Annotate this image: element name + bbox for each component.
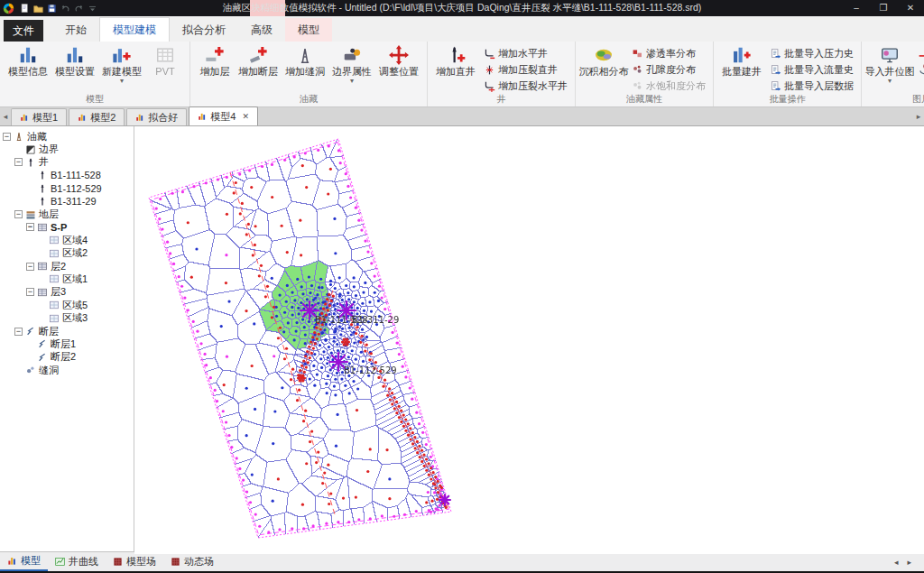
app-logo-icon[interactable]	[3, 3, 14, 14]
porosity-distribution-button[interactable]: 孔隙度分布	[629, 61, 708, 78]
document-tab-model2[interactable]: 模型2	[69, 108, 125, 125]
voronoi-grid-view[interactable]	[134, 126, 924, 554]
chevron-down-icon: ▾	[888, 78, 892, 85]
model-canvas[interactable]	[134, 126, 924, 551]
model-tab-icon	[198, 112, 207, 121]
redo-icon[interactable]	[74, 4, 84, 14]
document-tab-fitted[interactable]: 拟合好	[126, 108, 187, 125]
add-layer-button[interactable]: 增加层	[195, 43, 235, 78]
batch-import-flow-history-button[interactable]: 批量导入流量史	[767, 61, 856, 78]
tab-file[interactable]: 文件	[4, 20, 43, 42]
tree-item-region2[interactable]: 区域2	[0, 247, 134, 260]
document-tab-model4[interactable]: 模型4 ✕	[189, 106, 258, 125]
status-scroll-left-icon[interactable]: ◂	[894, 558, 899, 567]
water-saturation-distribution-button[interactable]: 水饱和度分布	[629, 78, 708, 94]
tree-item-region5[interactable]: 区域5	[0, 299, 134, 311]
tab-model-contextual[interactable]: 模型	[285, 18, 332, 42]
doc-tabs-scroll-left-icon[interactable]: ◂	[0, 112, 11, 121]
tree-item-well-b1-311-29[interactable]: B1-311-29	[0, 195, 134, 208]
view-tab-well-curves[interactable]: 井曲线	[48, 552, 106, 571]
doc-tabs-scroll-right-icon[interactable]: ▸	[913, 112, 924, 121]
tree-item-faults[interactable]: −断层	[0, 325, 134, 337]
adjust-position-button[interactable]: 调整位置	[375, 43, 422, 78]
new-model-button[interactable]: 新建模型 ▾	[98, 43, 145, 85]
view-tab-model-field[interactable]: 模型场	[106, 552, 163, 571]
model-tree-panel: −油藏 边界 −井 B1-111-528 B1-112-529 B1-311-2…	[0, 126, 134, 551]
new-file-icon[interactable]	[20, 4, 30, 14]
view-tab-dynamic-field[interactable]: 动态场	[163, 552, 221, 571]
tree-item-reservoir[interactable]: −油藏	[0, 130, 134, 143]
save-icon[interactable]	[47, 4, 57, 14]
document-tab-model1[interactable]: 模型1	[11, 108, 67, 125]
model-settings-icon	[65, 45, 85, 65]
model-info-button[interactable]: 模型信息	[5, 43, 51, 78]
tab-fitting-analysis[interactable]: 拟合分析	[170, 18, 238, 42]
expander-icon[interactable]: −	[26, 288, 34, 296]
model-settings-button[interactable]: 模型设置	[51, 43, 98, 78]
model-field-icon	[113, 557, 123, 567]
import-gptmap-button[interactable]: 导入GPTMap	[915, 45, 924, 61]
tree-item-boundary[interactable]: 边界	[0, 143, 134, 155]
boundary-attributes-button[interactable]: 边界属性 ▾	[328, 43, 375, 85]
scale-transform-button[interactable]: 比例变换	[915, 61, 924, 78]
close-tab-icon[interactable]: ✕	[242, 112, 249, 121]
add-vertical-well-button[interactable]: 增加直井	[432, 43, 479, 78]
batch-import-layer-data-button[interactable]: 批量导入层数据	[767, 78, 856, 94]
expander-icon[interactable]: −	[3, 133, 11, 141]
open-file-icon[interactable]	[33, 4, 43, 14]
qat-customize-icon[interactable]	[88, 4, 97, 14]
restore-button[interactable]: ❐	[870, 0, 897, 16]
expander-icon[interactable]: −	[14, 210, 23, 218]
add-fractured-vertical-well-button[interactable]: 增加压裂直井	[481, 61, 570, 78]
undo-icon[interactable]	[60, 4, 70, 14]
pvt-button[interactable]: PVT	[145, 43, 185, 78]
tree-item-layer-sp[interactable]: −S-P	[0, 221, 134, 234]
minimize-button[interactable]: –	[843, 0, 870, 16]
ribbon-group-model: 模型信息 模型设置 新建模型 ▾ PVT 模型	[0, 42, 190, 106]
tree-item-fracture-cave[interactable]: 缝洞	[0, 364, 134, 376]
tab-model-building[interactable]: 模型建模	[99, 17, 170, 42]
group-caption-batch-operations: 批量操作	[714, 93, 861, 106]
add-fractured-horizontal-well-button[interactable]: 增加压裂水平井	[481, 78, 570, 94]
tree-item-region3[interactable]: 区域3	[0, 311, 134, 324]
close-button[interactable]: ✕	[897, 0, 924, 16]
group-caption-well: 井	[428, 93, 575, 106]
tree-item-strata[interactable]: −地层	[0, 208, 134, 220]
ribbon-tab-row: 文件 开始 模型建模 拟合分析 高级 模型	[0, 16, 924, 42]
tree-item-region1[interactable]: 区域1	[0, 273, 134, 285]
tab-advanced[interactable]: 高级	[238, 18, 285, 42]
permeability-distribution-button[interactable]: 渗透率分布	[629, 45, 708, 61]
status-scroll-right-icon[interactable]: ▸	[907, 558, 911, 567]
tree-item-layer2[interactable]: −层2	[0, 260, 134, 273]
tab-start[interactable]: 开始	[52, 18, 99, 42]
add-fault-button[interactable]: 增加断层	[235, 43, 282, 78]
add-fractured-vertical-well-icon	[484, 64, 495, 76]
batch-create-wells-button[interactable]: 批量建井	[718, 43, 765, 78]
quick-access-toolbar	[20, 4, 97, 14]
tree-item-fault1[interactable]: 断层1	[0, 337, 134, 350]
expander-icon[interactable]: −	[26, 263, 34, 271]
add-horizontal-well-button[interactable]: 增加水平井	[481, 45, 570, 61]
import-well-location-map-button[interactable]: 导入井位图 ▾	[866, 43, 913, 85]
ribbon: 模型信息 模型设置 新建模型 ▾ PVT 模型	[0, 42, 924, 107]
adjust-position-icon	[389, 45, 409, 65]
tree-item-wells[interactable]: −井	[0, 156, 134, 169]
tree-item-well-b1-111-528[interactable]: B1-111-528	[0, 169, 134, 181]
tree-item-layer3[interactable]: −层3	[0, 286, 134, 299]
add-fracture-cave-button[interactable]: 增加缝洞	[282, 43, 328, 78]
tree-item-fault2[interactable]: 断层2	[0, 351, 134, 364]
region-icon	[49, 300, 60, 310]
import-layer-data-icon	[770, 80, 781, 92]
well-curves-icon	[55, 557, 65, 567]
view-tab-model[interactable]: 模型	[0, 552, 48, 571]
expander-icon[interactable]: −	[14, 158, 23, 166]
expander-icon[interactable]: −	[26, 223, 34, 231]
batch-import-pressure-history-button[interactable]: 批量导入压力史	[767, 45, 856, 61]
chevron-down-icon: ▾	[120, 78, 124, 85]
tree-item-well-b1-112-529[interactable]: B1-112-529	[0, 182, 134, 195]
model-info-icon	[18, 45, 38, 65]
tree-item-region4[interactable]: 区域4	[0, 234, 134, 246]
well-category-icon	[25, 157, 36, 168]
sedimentary-facies-distribution-button[interactable]: 沉积相分布	[580, 43, 627, 78]
expander-icon[interactable]: −	[14, 328, 23, 336]
